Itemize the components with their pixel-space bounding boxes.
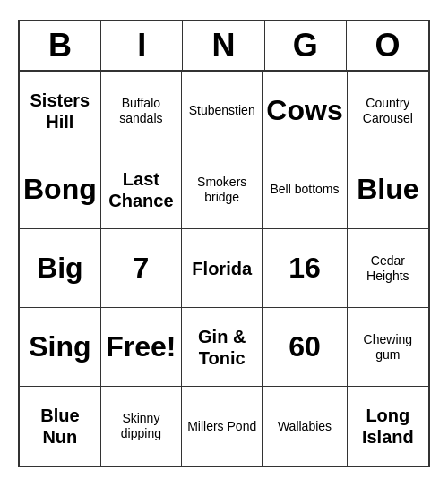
bingo-grid: Sisters HillBuffalo sandalsStubenstienCo… (20, 72, 428, 466)
bingo-cell: Big (20, 229, 101, 308)
bingo-cell: Florida (182, 229, 263, 308)
bingo-cell: Bong (20, 150, 101, 229)
bingo-cell: Sisters Hill (20, 72, 101, 150)
header-letter: G (265, 21, 347, 70)
bingo-header: BINGO (20, 21, 428, 72)
bingo-cell: Blue Nun (20, 387, 101, 466)
bingo-cell: Last Chance (101, 150, 182, 229)
header-letter: I (101, 21, 183, 70)
header-letter: N (183, 21, 264, 70)
bingo-cell: Smokers bridge (182, 150, 263, 229)
bingo-cell: Cedar Heights (348, 229, 428, 308)
bingo-cell: Buffalo sandals (101, 72, 182, 150)
bingo-cell: Stubenstien (182, 72, 263, 150)
bingo-cell: 16 (263, 229, 347, 308)
bingo-cell: Millers Pond (182, 387, 263, 466)
bingo-cell: Cows (263, 72, 347, 150)
header-letter: B (20, 21, 101, 70)
bingo-cell: Bell bottoms (263, 150, 347, 229)
bingo-cell: Skinny dipping (101, 387, 182, 466)
header-letter: O (347, 21, 428, 70)
bingo-cell: Long Island (348, 387, 428, 466)
bingo-cell: Free! (101, 308, 182, 387)
bingo-cell: Chewing gum (348, 308, 428, 387)
bingo-cell: 7 (101, 229, 182, 308)
bingo-cell: Gin & Tonic (182, 308, 263, 387)
bingo-cell: Blue (348, 150, 428, 229)
bingo-card: BINGO Sisters HillBuffalo sandalsStubens… (18, 20, 430, 467)
bingo-cell: 60 (263, 308, 347, 387)
bingo-cell: Sing (20, 308, 101, 387)
bingo-cell: Wallabies (263, 387, 347, 466)
bingo-cell: Country Carousel (348, 72, 428, 150)
